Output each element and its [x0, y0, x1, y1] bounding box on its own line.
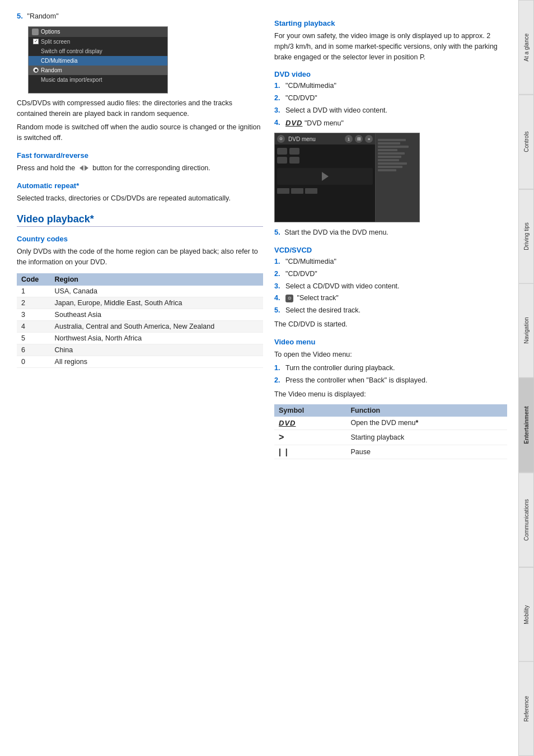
vcd-result: The CD/DVD is started.	[274, 319, 507, 330]
list-item: 1.Turn the controller during playback.	[274, 363, 507, 374]
video-menu-heading: Video menu	[274, 338, 507, 346]
table-row: >Starting playback	[274, 430, 507, 445]
step-5-text: "Random"	[27, 12, 58, 20]
dvd-step5: 5. Start the DVD via the DVD menu.	[274, 227, 507, 238]
list-item: 3.Select a CD/DVD with video content.	[274, 281, 507, 292]
step-5-label: 5.	[17, 12, 23, 20]
table-header-code: Code	[17, 273, 50, 286]
list-item: 2."CD/DVD"	[274, 93, 507, 104]
tab-reference[interactable]: Reference	[518, 661, 534, 756]
video-menu-result: The Video menu is displayed:	[274, 389, 507, 400]
tab-navigation[interactable]: Navigation	[518, 283, 534, 378]
symbol-header: Symbol	[274, 404, 346, 417]
function-header: Function	[346, 404, 507, 417]
table-row: DVDOpen the DVD menu*	[274, 417, 507, 430]
list-item: 4.DVD "DVD menu"	[274, 118, 507, 129]
tab-entertainment[interactable]: Entertainment	[518, 378, 534, 473]
body-text-2: Random mode is switched off when the aud…	[17, 122, 263, 143]
table-row: 3Southeast Asia	[17, 309, 263, 320]
list-item: 5.Select the desired track.	[274, 305, 507, 316]
ff-button-icon	[79, 165, 88, 171]
random-radio	[33, 67, 39, 73]
dvd-icon: ⊙	[277, 135, 285, 143]
starting-playback-body: For your own safety, the video image is …	[274, 31, 507, 62]
table-row: 1USA, Canada	[17, 286, 263, 297]
auto-repeat-body: Selected tracks, directories or CDs/DVDs…	[17, 193, 263, 204]
menu-item-switch-off: Switch off control display	[29, 46, 167, 56]
menu-item-random: Random	[29, 66, 167, 75]
left-column: 5. "Random" Options Split screen Switch …	[17, 11, 263, 745]
split-screen-checkbox	[33, 39, 39, 44]
table-row: 5Northwest Asia, North Africa	[17, 332, 263, 344]
screenshot-title: Options	[41, 29, 60, 35]
list-item: 2.Press the controller when "Back" is di…	[274, 375, 507, 386]
auto-repeat-heading: Automatic repeat*	[17, 181, 263, 190]
right-column: Starting playback For your own safety, t…	[274, 11, 507, 745]
table-row: 6China	[17, 344, 263, 356]
starting-playback-heading: Starting playback	[274, 19, 507, 27]
tab-driving-tips[interactable]: Driving tips	[518, 189, 534, 284]
tab-mobility[interactable]: Mobility	[518, 567, 534, 662]
tab-communications[interactable]: Communications	[518, 473, 534, 567]
list-item: 1."CD/Multimedia"	[274, 256, 507, 267]
video-playback-title: Video playback*	[17, 213, 263, 227]
dvd-screenshot: ⊙ DVD menu 1 ▤ ≡	[274, 133, 420, 222]
table-header-region: Region	[50, 273, 263, 286]
vcd-svcd-heading: VCD/SVCD	[274, 246, 507, 254]
vcd-svcd-steps: 1."CD/Multimedia"2."CD/DVD"3.Select a CD…	[274, 256, 507, 316]
body-text-1: CDs/DVDs with compressed audio files: th…	[17, 98, 263, 119]
list-item: 4.⊙ "Select track"	[274, 293, 507, 304]
tab-controls[interactable]: Controls	[518, 95, 534, 189]
menu-item-music-import: Music data import/export	[29, 75, 167, 85]
tab-at-a-glance[interactable]: At a glance	[518, 0, 534, 95]
side-tabs: At a glance Controls Driving tips Naviga…	[518, 0, 534, 756]
options-screenshot: Options Split screen Switch off control …	[28, 26, 168, 94]
country-codes-table: Code Region 1USA, Canada2Japan, Europe, …	[17, 273, 263, 368]
dvd-video-heading: DVD video	[274, 70, 507, 78]
dvd-video-steps: 1."CD/Multimedia"2."CD/DVD"3.Select a DV…	[274, 81, 507, 128]
table-row: 0All regions	[17, 356, 263, 367]
symbol-table: Symbol Function DVDOpen the DVD menu*>St…	[274, 404, 507, 459]
table-row: | |Pause	[274, 445, 507, 459]
country-codes-heading: Country codes	[17, 235, 263, 243]
list-item: 3.Select a DVD with video content.	[274, 105, 507, 116]
list-item: 2."CD/DVD"	[274, 269, 507, 279]
list-item: 1."CD/Multimedia"	[274, 81, 507, 91]
video-menu-intro: To open the Video menu:	[274, 349, 507, 360]
country-codes-body: Only DVDs with the code of the home regi…	[17, 246, 263, 268]
menu-item-cd-multimedia: CD/Multimedia	[29, 56, 167, 66]
fast-forward-heading: Fast forward/reverse	[17, 151, 263, 160]
screenshot-icon	[32, 29, 39, 35]
table-row: 2Japan, Europe, Middle East, South Afric…	[17, 297, 263, 309]
table-row: 4Australia, Central and South America, N…	[17, 320, 263, 332]
menu-item-split-screen: Split screen	[29, 37, 167, 46]
video-menu-steps: 1.Turn the controller during playback.2.…	[274, 363, 507, 386]
fast-forward-body: Press and hold the button for the corres…	[17, 163, 263, 174]
